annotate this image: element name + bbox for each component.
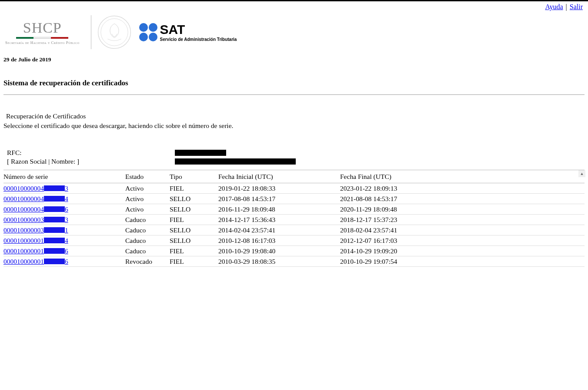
page-title: Sistema de recuperación de certificados [0, 66, 588, 92]
cell-tipo: SELLO [170, 237, 218, 245]
cell-estado: Caduco [125, 247, 170, 255]
cell-fecha-inicial: 2016-11-29 18:09:48 [218, 205, 340, 213]
cell-tipo: SELLO [170, 195, 218, 203]
certificate-serial-link[interactable]: 0000100000044 [3, 195, 68, 203]
cell-fecha-final: 2021-08-08 14:53:17 [340, 195, 462, 203]
current-date: 29 de Julio de 2019 [0, 49, 588, 66]
col-header-finicial: Fecha Inicial (UTC) [218, 173, 340, 181]
shcp-logo-subtext: Secretaría de Hacienda y Crédito Público [5, 40, 80, 45]
serial-suffix: 1 [65, 226, 68, 234]
scrollbar[interactable]: ▲ [578, 170, 585, 266]
scroll-up-icon[interactable]: ▲ [578, 170, 585, 177]
cell-serie: 0000100000031 [3, 226, 125, 234]
serial-suffix: 6 [65, 247, 68, 255]
cell-serie: 0000100000016 [3, 258, 125, 266]
serial-prefix: 000010000001 [3, 237, 44, 245]
cell-estado: Caduco [125, 216, 170, 224]
cell-tipo: SELLO [170, 226, 218, 234]
cell-fecha-inicial: 2019-01-22 18:08:33 [218, 185, 340, 192]
certificate-serial-link[interactable]: 0000100000014 [3, 237, 68, 245]
cell-fecha-final: 2012-12-07 16:17:03 [340, 237, 462, 245]
serial-prefix: 000010000004 [3, 205, 44, 213]
top-links: Ayuda | Salir [0, 1, 588, 11]
cell-tipo: FIEL [170, 216, 218, 224]
cell-estado: Activo [125, 185, 170, 192]
certificate-serial-link[interactable]: 0000100000031 [3, 226, 68, 234]
cell-serie: 0000100000014 [3, 237, 125, 245]
cell-serie: 0000100000044 [3, 195, 125, 203]
serial-prefix: 000010000001 [3, 258, 44, 266]
cell-tipo: SELLO [170, 205, 218, 213]
certificate-serial-link[interactable]: 0000100000016 [3, 247, 68, 255]
col-header-estado: Estado [125, 173, 170, 181]
cell-serie: 0000100000033 [3, 216, 125, 224]
cell-estado: Activo [125, 205, 170, 213]
certificate-serial-link[interactable]: 0000100000016 [3, 258, 68, 266]
serial-suffix: 3 [65, 216, 68, 224]
cell-fecha-final: 2010-10-29 19:07:54 [340, 258, 462, 266]
serial-prefix: 000010000003 [3, 226, 44, 234]
certificate-serial-link[interactable]: 0000100000043 [3, 185, 68, 192]
serial-prefix: 000010000001 [3, 247, 44, 255]
sat-logo-text: SAT [160, 23, 237, 36]
cell-fecha-inicial: 2014-02-04 23:57:41 [218, 226, 340, 234]
serial-prefix: 000010000004 [3, 195, 44, 203]
serial-redacted-icon [44, 206, 65, 212]
table-row: 0000100000016RevocadoFIEL2010-03-29 18:0… [3, 256, 585, 267]
serial-suffix: 6 [65, 205, 68, 213]
razon-social-value-redacted [175, 158, 296, 165]
exit-link[interactable]: Salir [570, 3, 583, 10]
mexico-flag-bar-icon [16, 37, 68, 39]
eagle-seal-icon [97, 15, 131, 49]
certificate-serial-link[interactable]: 0000100000046 [3, 205, 68, 213]
serial-prefix: 000010000004 [3, 185, 44, 192]
vertical-divider [91, 15, 91, 49]
serial-redacted-icon [44, 238, 65, 243]
cell-fecha-final: 2018-02-04 23:57:41 [340, 226, 462, 234]
cell-estado: Caduco [125, 237, 170, 245]
razon-social-label: [ Razon Social | Nombre: ] [7, 158, 177, 165]
cell-fecha-final: 2023-01-22 18:09:13 [340, 185, 462, 192]
serial-redacted-icon [44, 185, 65, 191]
cell-tipo: FIEL [170, 258, 218, 266]
serial-suffix: 4 [65, 195, 68, 203]
cell-fecha-inicial: 2017-08-08 14:53:17 [218, 195, 340, 203]
cell-serie: 0000100000043 [3, 185, 125, 192]
cell-estado: Caduco [125, 226, 170, 234]
rfc-value-redacted [175, 150, 226, 156]
certificate-serial-link[interactable]: 0000100000033 [3, 216, 68, 224]
shcp-logo: SHCP Secretaría de Hacienda y Crédito Pú… [3, 20, 85, 45]
cell-fecha-inicial: 2014-12-17 15:36:43 [218, 216, 340, 224]
cell-fecha-final: 2018-12-17 15:37:23 [340, 216, 462, 224]
svg-point-0 [98, 16, 130, 49]
table-row: 0000100000014CaducoSELLO2010-12-08 16:17… [3, 235, 585, 246]
serial-suffix: 3 [65, 185, 68, 192]
col-header-serie: Número de serie [3, 173, 125, 181]
section-intro: Recuperación de Certificados Seleccione … [0, 98, 588, 130]
table-row: 0000100000046ActivoSELLO2016-11-29 18:09… [3, 204, 585, 215]
table-row: 0000100000031CaducoSELLO2014-02-04 23:57… [3, 225, 585, 235]
horizontal-rule [3, 94, 585, 95]
cell-fecha-inicial: 2010-03-29 18:08:35 [218, 258, 340, 266]
sat-logo: SAT Servicio de Administración Tributari… [139, 23, 237, 42]
separator: | [565, 3, 568, 10]
cell-tipo: FIEL [170, 247, 218, 255]
serial-redacted-icon [44, 259, 65, 264]
cell-fecha-inicial: 2010-10-29 19:08:40 [218, 247, 340, 255]
cell-fecha-final: 2020-11-29 18:09:48 [340, 205, 462, 213]
serial-suffix: 4 [65, 237, 68, 245]
cell-estado: Activo [125, 195, 170, 203]
serial-redacted-icon [44, 217, 65, 222]
cell-estado: Revocado [125, 258, 170, 266]
shcp-logo-text: SHCP [23, 20, 62, 36]
table-row: 0000100000043ActivoFIEL2019-01-22 18:08:… [3, 183, 585, 194]
help-link[interactable]: Ayuda [545, 3, 563, 10]
serial-redacted-icon [44, 248, 65, 254]
rfc-label: RFC: [7, 149, 177, 157]
svg-point-1 [100, 19, 127, 46]
serial-redacted-icon [44, 227, 65, 233]
table-header-row: Número de serie Estado Tipo Fecha Inicia… [3, 170, 585, 183]
sat-logo-subtext: Servicio de Administración Tributaria [160, 37, 237, 42]
section-instruction: Seleccione el certificado que desea desc… [3, 122, 585, 130]
section-heading: Recuperación de Certificados [3, 112, 585, 120]
